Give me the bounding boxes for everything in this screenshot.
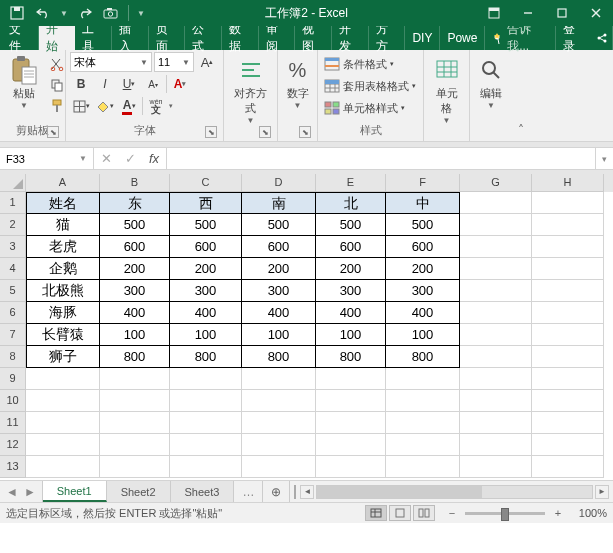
cell[interactable]	[316, 456, 386, 478]
column-header[interactable]: F	[386, 174, 460, 192]
cell[interactable]	[242, 434, 316, 456]
cell[interactable]	[460, 280, 532, 302]
cell[interactable]	[242, 412, 316, 434]
font-color-red-icon[interactable]: A▾	[169, 74, 191, 94]
shrink-font-icon[interactable]: A▾	[142, 74, 164, 94]
alignment-button[interactable]: 对齐方式 ▼	[228, 52, 273, 127]
cell[interactable]	[26, 456, 100, 478]
cell-styles-button[interactable]: 单元格样式▾	[322, 98, 407, 118]
cell[interactable]	[532, 258, 604, 280]
copy-icon[interactable]	[46, 75, 68, 95]
minimize-button[interactable]	[511, 0, 545, 26]
column-header[interactable]: G	[460, 174, 532, 192]
cell[interactable]: 长臂猿	[26, 324, 100, 346]
hscroll-right-icon[interactable]: ►	[595, 485, 609, 499]
cell[interactable]: 100	[316, 324, 386, 346]
cell[interactable]: 800	[316, 346, 386, 368]
undo-icon[interactable]	[34, 4, 52, 22]
ribbon-tab[interactable]: DIY	[405, 26, 440, 50]
column-header[interactable]: C	[170, 174, 242, 192]
cell[interactable]	[460, 346, 532, 368]
cell[interactable]: 400	[242, 302, 316, 324]
zoom-in-button[interactable]: +	[551, 507, 565, 519]
cell[interactable]	[460, 368, 532, 390]
cell[interactable]	[460, 192, 532, 214]
border-icon[interactable]: ▾	[70, 96, 92, 116]
cell[interactable]: 400	[316, 302, 386, 324]
sheet-more-icon[interactable]: …	[234, 481, 262, 502]
clipboard-launcher-icon[interactable]: ⬊	[47, 126, 59, 138]
sheet-nav-next-icon[interactable]: ►	[24, 485, 36, 499]
row-header[interactable]: 7	[0, 324, 26, 346]
cell[interactable]: 400	[170, 302, 242, 324]
cell[interactable]: 200	[170, 258, 242, 280]
column-header[interactable]: A	[26, 174, 100, 192]
cell[interactable]	[460, 434, 532, 456]
cell[interactable]: 西	[170, 192, 242, 214]
maximize-button[interactable]	[545, 0, 579, 26]
align-launcher-icon[interactable]: ⬊	[259, 126, 271, 138]
cell[interactable]: 800	[242, 346, 316, 368]
cell[interactable]	[242, 456, 316, 478]
cell[interactable]: 海豚	[26, 302, 100, 324]
cell[interactable]	[242, 390, 316, 412]
expand-formula-bar-icon[interactable]: ▾	[595, 148, 613, 169]
row-header[interactable]: 1	[0, 192, 26, 214]
column-header[interactable]: D	[242, 174, 316, 192]
zoom-slider[interactable]	[465, 512, 545, 515]
cell[interactable]: 200	[386, 258, 460, 280]
column-header[interactable]: H	[532, 174, 604, 192]
cell[interactable]: 800	[100, 346, 170, 368]
row-header[interactable]: 8	[0, 346, 26, 368]
font-name-combo[interactable]: 宋体▼	[70, 52, 152, 72]
cell[interactable]: 300	[386, 280, 460, 302]
insert-function-icon[interactable]: fx	[142, 151, 166, 166]
cell[interactable]	[460, 324, 532, 346]
cell[interactable]: 500	[386, 214, 460, 236]
cell[interactable]	[386, 390, 460, 412]
column-header[interactable]: E	[316, 174, 386, 192]
cell[interactable]: 800	[170, 346, 242, 368]
cell[interactable]: 300	[242, 280, 316, 302]
cell[interactable]: 200	[316, 258, 386, 280]
row-header[interactable]: 11	[0, 412, 26, 434]
row-header[interactable]: 12	[0, 434, 26, 456]
ribbon-tab[interactable]: 数据	[222, 26, 259, 50]
conditional-format-button[interactable]: 条件格式▾	[322, 54, 396, 74]
sheet-tab[interactable]: Sheet1	[43, 481, 107, 502]
formula-input[interactable]	[167, 148, 595, 169]
hscroll-left-icon[interactable]: ◄	[300, 485, 314, 499]
redo-icon[interactable]	[76, 4, 94, 22]
ribbon-options-icon[interactable]	[477, 0, 511, 26]
format-as-table-button[interactable]: 套用表格格式▾	[322, 76, 418, 96]
cell[interactable]	[460, 214, 532, 236]
cell[interactable]	[460, 302, 532, 324]
grow-font-icon[interactable]: A▴	[196, 52, 218, 72]
format-painter-icon[interactable]	[46, 96, 68, 116]
font-launcher-icon[interactable]: ⬊	[205, 126, 217, 138]
cell[interactable]: 600	[316, 236, 386, 258]
camera-icon[interactable]	[102, 4, 120, 22]
cell[interactable]: 100	[100, 324, 170, 346]
ribbon-tab[interactable]: 页面	[149, 26, 186, 50]
cell[interactable]	[460, 412, 532, 434]
sheet-nav-prev-icon[interactable]: ◄	[6, 485, 18, 499]
ribbon-tab[interactable]: 方方	[369, 26, 406, 50]
cell[interactable]	[316, 412, 386, 434]
font-color-icon[interactable]: A▾	[118, 96, 140, 116]
cell[interactable]	[386, 434, 460, 456]
cell[interactable]: 南	[242, 192, 316, 214]
cut-icon[interactable]	[46, 54, 68, 74]
ribbon-tab[interactable]: Powe	[440, 26, 485, 50]
row-header[interactable]: 9	[0, 368, 26, 390]
sign-in-button[interactable]: 登录	[556, 26, 592, 50]
qat-customize-icon[interactable]: ▼	[137, 9, 145, 18]
cell[interactable]	[170, 412, 242, 434]
name-box[interactable]: F33▼	[0, 148, 94, 169]
cell[interactable]: 600	[170, 236, 242, 258]
italic-button[interactable]: I	[94, 74, 116, 94]
cells-button[interactable]: 单元格 ▼	[427, 52, 467, 127]
sheet-tab[interactable]: Sheet3	[171, 481, 235, 502]
cell[interactable]	[532, 324, 604, 346]
row-header[interactable]: 10	[0, 390, 26, 412]
